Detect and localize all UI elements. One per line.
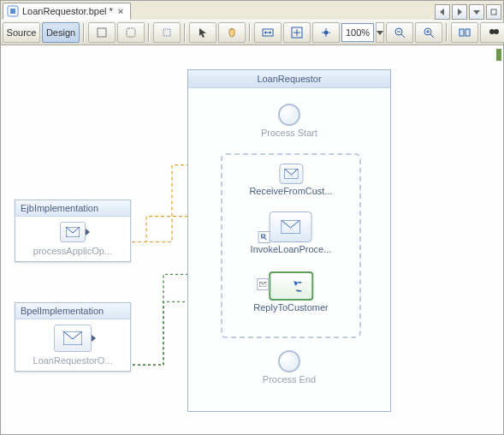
dropdown-tabs-button[interactable] [469, 4, 484, 20]
pointer-tool-button[interactable] [189, 22, 216, 43]
separator [446, 23, 448, 42]
mapper-button[interactable] [451, 22, 478, 43]
find-button[interactable] [480, 22, 504, 43]
separator [249, 23, 251, 42]
arrow-right-icon [86, 229, 90, 235]
process-end-node[interactable]: Process End [188, 350, 390, 384]
tool-b-button[interactable] [117, 22, 145, 43]
tool-a-button[interactable] [88, 22, 116, 43]
partner-bpel[interactable]: BpelImplementation LoanRequestorO... [15, 302, 131, 372]
start-event-icon [278, 104, 300, 126]
zoom-out-button[interactable] [386, 22, 413, 43]
end-event-icon [278, 350, 300, 372]
partner-bpel-body: LoanRequestorO... [15, 319, 130, 371]
scroll-left-button[interactable] [435, 4, 450, 20]
zoom-in-button[interactable] [415, 22, 442, 43]
arrow-right-icon [92, 335, 96, 342]
file-tab[interactable]: LoanRequestor.bpel * × [3, 3, 131, 20]
svg-rect-6 [98, 28, 106, 37]
tab-title: LoanRequestor.bpel * [22, 6, 113, 16]
svg-rect-29 [465, 29, 470, 36]
svg-marker-12 [264, 31, 266, 34]
svg-rect-19 [324, 31, 328, 34]
hand-tool-button[interactable] [218, 22, 246, 43]
source-view-button[interactable]: Source [3, 22, 40, 43]
tab-window-controls [435, 4, 503, 20]
svg-rect-1 [10, 9, 15, 14]
design-view-button[interactable]: Design [42, 22, 80, 43]
envelope-icon [270, 212, 312, 242]
svg-rect-7 [127, 28, 135, 37]
design-canvas[interactable]: EjbImplementation processApplicOp... Bpe… [1, 45, 503, 434]
maximize-button[interactable] [486, 4, 501, 20]
tool-c-button[interactable] [153, 22, 181, 43]
actual-size-button[interactable] [312, 22, 340, 43]
separator [148, 23, 150, 42]
svg-rect-28 [460, 29, 464, 36]
process-end-label: Process End [188, 374, 390, 384]
main-toolbar: Source Design 100% [1, 20, 503, 45]
zoom-field[interactable]: 100% [341, 23, 374, 42]
svg-marker-2 [440, 9, 444, 15]
process-title: LoanRequestor [188, 70, 390, 88]
bpel-file-icon [7, 5, 19, 17]
fit-window-button[interactable] [283, 22, 311, 43]
sequence-container[interactable]: ReceiveFromCust... InvokeLoanProce... [221, 153, 361, 338]
receive-label: ReceiveFromCust... [249, 186, 332, 196]
zoom-dropdown-button[interactable] [376, 22, 384, 43]
partner-ejb-body: processApplicOp... [15, 217, 130, 261]
process-start-node[interactable]: Process Start [188, 104, 390, 138]
partner-bpel-title: BpelImplementation [15, 303, 130, 319]
reply-icon [269, 271, 313, 301]
invoke-activity[interactable]: InvokeLoanProce... [251, 212, 332, 254]
receive-activity[interactable]: ReceiveFromCust... [249, 164, 332, 196]
process-body: Process Start ReceiveFromCust... [188, 88, 390, 411]
svg-marker-20 [377, 31, 383, 35]
envelope-icon [279, 164, 303, 184]
invoke-label: InvokeLoanProce... [251, 244, 332, 254]
svg-marker-4 [473, 10, 480, 15]
envelope-icon[interactable] [54, 325, 92, 352]
reply-activity[interactable]: ReplyToCustomer [253, 271, 328, 313]
process-container[interactable]: LoanRequestor Process Start ReceiveFromC… [187, 69, 391, 412]
overview-marker [496, 49, 501, 61]
separator [83, 23, 85, 42]
svg-rect-8 [163, 29, 170, 36]
svg-marker-3 [458, 9, 462, 15]
svg-rect-5 [491, 9, 496, 15]
separator [184, 23, 186, 42]
fit-width-button[interactable] [254, 22, 282, 43]
envelope-small-icon [257, 278, 269, 290]
svg-line-25 [430, 34, 434, 38]
editor-window: LoanRequestor.bpel * × Source Design 100… [0, 0, 504, 435]
svg-marker-9 [199, 28, 206, 38]
svg-marker-48 [294, 281, 298, 286]
partner-ejb[interactable]: EjbImplementation processApplicOp... [15, 200, 131, 262]
envelope-icon[interactable] [60, 222, 86, 242]
partner-ejb-operation: processApplicOp... [33, 246, 112, 256]
tab-row: LoanRequestor.bpel * × [1, 1, 503, 20]
partner-bpel-operation: LoanRequestorO... [33, 355, 113, 366]
tab-close-icon[interactable]: × [116, 6, 125, 16]
reply-label: ReplyToCustomer [253, 302, 328, 313]
scroll-right-button[interactable] [452, 4, 467, 20]
process-start-label: Process Start [188, 128, 390, 138]
svg-marker-13 [270, 31, 271, 34]
svg-line-22 [401, 34, 405, 38]
assign-badge-icon [258, 231, 270, 243]
svg-rect-47 [262, 235, 265, 237]
partner-ejb-title: EjbImplementation [15, 200, 130, 217]
